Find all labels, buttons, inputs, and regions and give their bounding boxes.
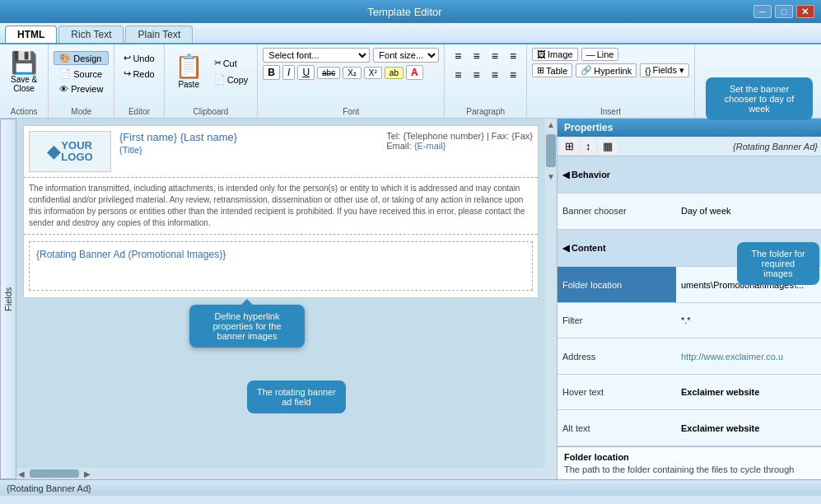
email-field: Email: {E-mail} (386, 141, 533, 151)
behavior-section: ◀ Behavior (557, 156, 821, 194)
line-button[interactable]: — Line (581, 48, 619, 61)
footer-description: The path to the folder containing the fi… (564, 464, 814, 474)
justify-button[interactable]: ≡ (505, 67, 521, 83)
insert-group: 🖼 Image — Line ⊞ Table 🔗 Hyperlink {} Fi… (527, 44, 695, 118)
filter-value[interactable]: *.* (676, 302, 821, 338)
hyperlink-button[interactable]: 🔗 Hyperlink (576, 63, 637, 77)
props-sort-alpha-button[interactable]: ⊞ (561, 138, 578, 154)
editor-content[interactable]: ◆ YOUR LOGO {First name} {Last name} {Ti… (23, 125, 539, 298)
name-field: {First name} {Last name} (119, 131, 378, 143)
tooltip-folder: The folder for required images (737, 242, 819, 285)
indent-button[interactable]: ≡ (505, 48, 521, 64)
email-body: The information transmitted, including a… (24, 178, 538, 235)
clipboard-buttons: 📋 Paste ✂ Cut 📄 Copy (170, 51, 253, 91)
unordered-list-button[interactable]: ≡ (450, 48, 466, 64)
scroll-h-thumb[interactable] (30, 469, 79, 478)
contact-left: {First name} {Last name} {Title} (119, 131, 378, 172)
strikethrough-button[interactable]: abc (317, 67, 340, 79)
status-bar: {Rotating Banner Ad} (0, 479, 821, 496)
hover-text-value[interactable]: Exclaimer website (676, 374, 821, 410)
preview-button[interactable]: 👁 Preview (54, 82, 109, 96)
paragraph-row1: ≡ ≡ ≡ ≡ (450, 48, 521, 64)
editor-wrapper: ◆ YOUR LOGO {First name} {Last name} {Ti… (16, 119, 557, 468)
address-value[interactable]: http://www.exclaimer.co.u (676, 338, 821, 375)
banner-field: {Rotating Banner Ad (Promotional Images)… (29, 241, 533, 291)
vertical-scrollbar[interactable]: ▲ ▼ (545, 119, 557, 468)
align-right-button[interactable]: ≡ (487, 67, 503, 83)
tab-plain-text[interactable]: Plain Text (125, 26, 193, 43)
tel-field: Tel: {Telephone number} | Fax: {Fax} (386, 131, 533, 141)
minimize-button[interactable]: ─ (753, 5, 772, 18)
undo-button[interactable]: ↩ Undo (119, 51, 158, 65)
ordered-list-button[interactable]: ≡ (469, 48, 485, 64)
mode-label: Mode (71, 107, 91, 118)
insert-label: Insert (532, 107, 689, 118)
italic-button[interactable]: I (282, 65, 295, 80)
props-view-button[interactable]: ▦ (599, 138, 617, 154)
properties-panel: Set the banner chooser to day of week Th… (557, 119, 821, 479)
underline-button[interactable]: U (297, 65, 315, 80)
mode-group: 🎨 Design 📄 Source 👁 Preview Mode (49, 44, 114, 118)
source-icon: 📄 (59, 68, 71, 79)
source-button[interactable]: 📄 Source (54, 67, 109, 81)
banner-chooser-value[interactable]: Day of week (676, 194, 821, 230)
editor-main: ◆ YOUR LOGO {First name} {Last name} {Ti… (16, 119, 545, 468)
address-row: Address http://www.exclaimer.co.u (557, 338, 821, 375)
cut-button[interactable]: ✂ Cut (210, 56, 253, 70)
scroll-thumb[interactable] (546, 134, 556, 167)
properties-table: ◀ Behavior Banner chooser Day of week ◀ … (557, 156, 821, 446)
address-key: Address (557, 338, 676, 375)
contact-right: Tel: {Telephone number} | Fax: {Fax} Ema… (386, 131, 533, 172)
scroll-up-arrow[interactable]: ▲ (545, 119, 557, 131)
fields-side-button[interactable]: Fields (0, 119, 16, 479)
scroll-right-arrow[interactable]: ▶ (82, 468, 92, 480)
design-button[interactable]: 🎨 Design (54, 51, 109, 65)
horizontal-scrollbar[interactable]: ◀ ▶ (16, 468, 557, 479)
footer-title: Folder location (564, 452, 814, 462)
font-label: Font (263, 107, 439, 118)
maximize-button[interactable]: □ (775, 5, 793, 18)
save-close-button[interactable]: 💾 Save &Close (5, 48, 43, 97)
hover-text-key: Hover text (557, 374, 676, 410)
alt-text-row: Alt text Exclaimer website (557, 410, 821, 446)
insert-row2: ⊞ Table 🔗 Hyperlink {} Fields ▾ (532, 63, 689, 77)
table-button[interactable]: ⊞ Table (532, 63, 572, 77)
actions-group: 💾 Save &Close Actions (0, 44, 49, 118)
scroll-left-arrow[interactable]: ◀ (16, 468, 26, 480)
font-row2: B I U abc X₂ X² ab A (263, 65, 439, 80)
status-field: {Rotating Banner Ad} (7, 483, 91, 493)
image-button[interactable]: 🖼 Image (532, 48, 578, 61)
paste-button[interactable]: 📋 Paste (170, 51, 208, 91)
tab-rich-text[interactable]: Rich Text (58, 26, 124, 43)
properties-toolbar: ⊞ ↕ ▦ {Rotating Banner Ad} (557, 137, 821, 156)
logo-box: ◆ YOUR LOGO (29, 131, 111, 172)
email-link: {E-mail} (414, 141, 446, 151)
title-bar: Template Editor ─ □ ✕ (0, 0, 821, 23)
alt-text-value[interactable]: Exclaimer website (676, 410, 821, 446)
copy-button[interactable]: 📄 Copy (210, 72, 253, 86)
paragraph-label: Paragraph (450, 107, 521, 118)
align-left-button[interactable]: ≡ (450, 67, 466, 83)
tab-bar: HTML Rich Text Plain Text (0, 23, 821, 44)
preview-icon: 👁 (59, 84, 68, 94)
folder-location-key: Folder location (557, 267, 676, 303)
tab-html[interactable]: HTML (5, 26, 57, 43)
outdent-button[interactable]: ≡ (487, 48, 503, 64)
redo-button[interactable]: ↪ Redo (119, 67, 158, 81)
font-select[interactable]: Select font... (263, 48, 370, 63)
scroll-down-arrow[interactable]: ▼ (545, 170, 557, 183)
font-color-button[interactable]: A (406, 65, 423, 80)
ribbon: 💾 Save &Close Actions 🎨 Design 📄 Source … (0, 44, 821, 119)
fields-button[interactable]: {} Fields ▾ (640, 63, 689, 77)
align-center-button[interactable]: ≡ (469, 67, 485, 83)
bold-button[interactable]: B (263, 65, 280, 80)
email-header: ◆ YOUR LOGO {First name} {Last name} {Ti… (24, 126, 538, 178)
window-controls: ─ □ ✕ (753, 5, 814, 18)
font-size-select[interactable]: Font size... (373, 48, 439, 63)
close-button[interactable]: ✕ (796, 5, 814, 18)
subscript-button[interactable]: X₂ (343, 67, 362, 79)
editor-label: Editor (128, 107, 150, 118)
superscript-button[interactable]: X² (364, 67, 382, 79)
props-sort-cat-button[interactable]: ↕ (581, 138, 595, 154)
highlight-button[interactable]: ab (385, 67, 404, 79)
